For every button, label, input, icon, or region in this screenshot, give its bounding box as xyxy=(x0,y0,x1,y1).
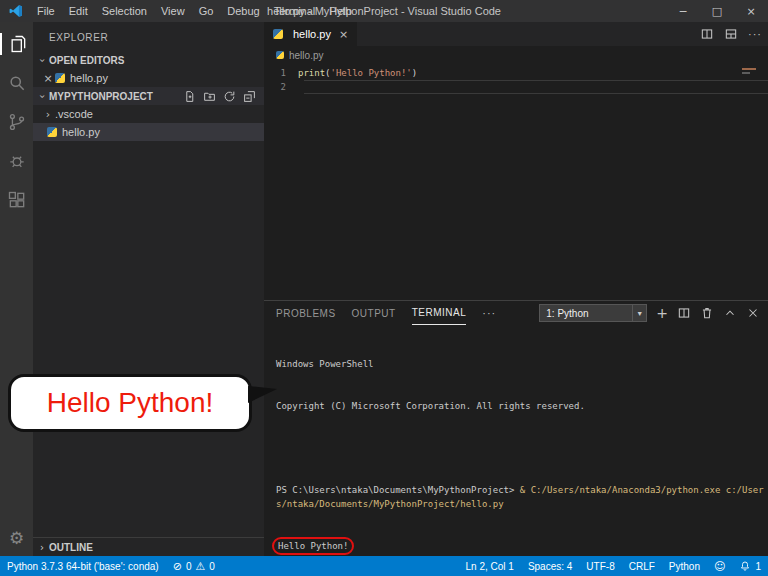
maximize-panel-icon[interactable] xyxy=(723,306,737,320)
speech-bubble-annotation: Hello Python! xyxy=(8,374,252,432)
speech-bubble-text: Hello Python! xyxy=(47,387,214,419)
encoding-status[interactable]: UTF-8 xyxy=(579,561,621,572)
new-terminal-icon[interactable]: + xyxy=(656,306,668,320)
eol-status[interactable]: CRLF xyxy=(622,561,662,572)
editor-layout-icon[interactable] xyxy=(724,27,738,41)
editor-group: hello.py × ··· hello.py 1 print('Hello P… xyxy=(264,22,768,300)
menu-file[interactable]: File xyxy=(30,0,62,22)
tab-hello-py[interactable]: hello.py × xyxy=(264,22,357,46)
terminal-panel: PROBLEMS OUTPUT TERMINAL ··· 1: Python ▼… xyxy=(264,300,768,556)
panel-actions: 1: Python ▼ + xyxy=(539,301,760,325)
warning-count: 0 xyxy=(209,561,215,572)
feedback-smiley-icon[interactable]: ☺ xyxy=(707,561,732,572)
explorer-actions xyxy=(183,90,264,103)
settings-gear-icon[interactable]: ⚙ xyxy=(9,528,24,548)
close-icon[interactable]: × xyxy=(734,0,768,22)
terminal-command-line: PS C:\Users\ntaka\Documents\MyPythonProj… xyxy=(276,483,766,511)
code-editor[interactable]: 1 print('Hello Python!') 2 xyxy=(264,64,768,94)
problems-status[interactable]: ⊘ 0 ⚠ 0 xyxy=(166,561,222,572)
highlight-circle: Hello Python! xyxy=(272,537,354,555)
terminal-output: Hello Python! xyxy=(278,541,348,551)
terminal-dropdown[interactable]: 1: Python ▼ xyxy=(539,304,647,322)
editor-tab-bar: hello.py × ··· xyxy=(264,22,768,46)
close-tab-icon[interactable]: × xyxy=(339,28,348,41)
close-panel-icon[interactable] xyxy=(746,306,760,320)
new-folder-icon[interactable] xyxy=(203,90,216,103)
folder-vscode[interactable]: › .vscode xyxy=(33,105,264,123)
editor-actions: ··· xyxy=(700,22,762,46)
project-folder-header[interactable]: › MYPYTHONPROJECT xyxy=(33,87,264,105)
language-mode-status[interactable]: Python xyxy=(662,561,707,572)
chevron-right-icon: › xyxy=(35,542,49,553)
python-file-icon xyxy=(55,73,65,83)
warning-icon: ⚠ xyxy=(195,561,205,572)
tab-label: hello.py xyxy=(293,28,331,40)
error-icon: ⊘ xyxy=(173,561,182,572)
explorer-sidebar: EXPLORER › OPEN EDITORS × hello.py › MYP… xyxy=(33,22,264,556)
folder-label: .vscode xyxy=(55,108,93,120)
main-area: hello.py × ··· hello.py 1 print('Hello P… xyxy=(264,22,768,556)
chevron-down-icon: › xyxy=(37,53,48,67)
terminal-blank-line xyxy=(276,441,766,455)
minimize-icon[interactable]: ─ xyxy=(666,0,700,22)
close-editor-icon[interactable]: × xyxy=(41,72,55,85)
tab-problems[interactable]: PROBLEMS xyxy=(276,301,336,325)
minimap[interactable] xyxy=(742,68,762,74)
minimap-line xyxy=(742,68,756,70)
code-line: 2 xyxy=(264,80,768,94)
debug-icon[interactable] xyxy=(0,150,33,172)
menu-view[interactable]: View xyxy=(154,0,192,22)
speech-bubble-tail xyxy=(248,386,277,403)
new-file-icon[interactable] xyxy=(183,90,196,103)
split-editor-icon[interactable] xyxy=(700,27,714,41)
breadcrumb[interactable]: hello.py xyxy=(264,46,768,64)
kill-terminal-icon[interactable] xyxy=(700,306,714,320)
title-bar: File Edit Selection View Go Debug Termin… xyxy=(0,0,768,22)
menu-go[interactable]: Go xyxy=(192,0,221,22)
extensions-icon[interactable] xyxy=(0,189,33,211)
file-label: hello.py xyxy=(62,126,100,138)
explorer-icon[interactable] xyxy=(0,33,33,55)
terminal-line: Copyright (C) Microsoft Corporation. All… xyxy=(276,399,766,413)
split-terminal-icon[interactable] xyxy=(677,306,691,320)
code-line: 1 print('Hello Python!') xyxy=(264,66,768,80)
source-control-icon[interactable] xyxy=(0,111,33,133)
notifications-bell-icon[interactable]: 1 xyxy=(732,560,768,572)
tab-output[interactable]: OUTPUT xyxy=(352,301,396,325)
file-hello-py[interactable]: hello.py xyxy=(33,123,264,141)
code-string: 'Hello Python!' xyxy=(331,68,412,78)
panel-header: PROBLEMS OUTPUT TERMINAL ··· 1: Python ▼… xyxy=(264,301,768,325)
refresh-icon[interactable] xyxy=(223,90,236,103)
line-number: 1 xyxy=(264,68,298,78)
minimap-line xyxy=(742,72,750,74)
search-icon[interactable] xyxy=(0,72,33,94)
more-actions-icon[interactable]: ··· xyxy=(748,28,762,40)
maximize-icon[interactable]: □ xyxy=(700,0,734,22)
tab-terminal[interactable]: TERMINAL xyxy=(412,301,467,325)
python-file-icon xyxy=(273,29,283,39)
window-controls: ─ □ × xyxy=(666,0,768,22)
chevron-down-icon: ▼ xyxy=(632,305,646,321)
panel-more-icon[interactable]: ··· xyxy=(482,307,496,319)
chevron-down-icon: › xyxy=(37,89,48,103)
terminal-content[interactable]: Windows PowerShell Copyright (C) Microso… xyxy=(264,325,768,576)
open-editors-header[interactable]: › OPEN EDITORS xyxy=(33,51,264,69)
terminal-dropdown-value: 1: Python xyxy=(540,308,632,319)
cursor-position-status[interactable]: Ln 2, Col 1 xyxy=(459,561,521,572)
python-file-icon xyxy=(47,127,57,137)
menu-selection[interactable]: Selection xyxy=(95,0,154,22)
open-editor-hello-py[interactable]: × hello.py xyxy=(33,69,264,87)
python-interpreter-status[interactable]: Python 3.7.3 64-bit ('base': conda) xyxy=(0,561,166,572)
menu-edit[interactable]: Edit xyxy=(62,0,95,22)
line-number: 2 xyxy=(264,82,298,92)
terminal-line: Windows PowerShell xyxy=(276,357,766,371)
status-bar-right: Ln 2, Col 1 Spaces: 4 UTF-8 CRLF Python … xyxy=(459,560,768,572)
notification-count: 1 xyxy=(755,561,761,572)
error-count: 0 xyxy=(186,561,192,572)
outline-header[interactable]: › OUTLINE xyxy=(33,538,264,556)
collapse-all-icon[interactable] xyxy=(243,90,256,103)
indentation-status[interactable]: Spaces: 4 xyxy=(521,561,579,572)
menu-debug[interactable]: Debug xyxy=(220,0,266,22)
vscode-logo-icon xyxy=(8,4,24,18)
sidebar-title: EXPLORER xyxy=(33,22,264,51)
